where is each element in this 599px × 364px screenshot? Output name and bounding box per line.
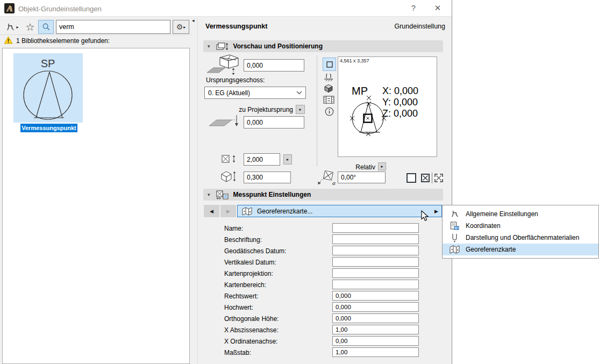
preview-dimensions: 4,561 x 3,357 <box>340 58 369 63</box>
mirror-off-checkbox[interactable] <box>407 173 416 183</box>
name-input[interactable] <box>332 223 419 233</box>
rechtswert-input[interactable] <box>332 291 419 301</box>
page-prev-button[interactable]: ◀ <box>204 205 219 217</box>
library-item-label: Vermessungspunkt <box>20 124 77 132</box>
orthogonale-hoehe-label: Orthogonale Höhe: <box>224 315 279 323</box>
svg-text:X: 0,000: X: 0,000 <box>382 85 418 96</box>
preview-positioning-icon <box>216 42 229 51</box>
home-story-label: Ursprungsgeschoss: <box>206 76 265 84</box>
mouse-cursor <box>421 210 430 222</box>
marker-size-flyout-button[interactable]: ▸ <box>283 154 292 165</box>
search-input[interactable] <box>56 20 170 34</box>
section-title: Messpunkt Einstellungen <box>233 191 311 198</box>
page-next-button[interactable]: ▶ <box>220 205 236 217</box>
to-project-origin-button[interactable]: ▸ <box>296 105 305 114</box>
folder-view-button[interactable]: ▸ <box>3 20 22 33</box>
x-abszissenachse-input[interactable] <box>332 325 419 334</box>
svg-text:Y: 0,000: Y: 0,000 <box>382 97 418 108</box>
svg-text:MP: MP <box>352 85 368 97</box>
collapse-triangle-icon: ▾ <box>208 44 210 49</box>
beschriftung-label: Beschriftung: <box>224 236 262 244</box>
flyout-arrow-icon: ▸ <box>299 107 301 112</box>
svg-text:α: α <box>332 180 336 185</box>
search-options-button[interactable]: ⚙ ▸ <box>173 20 189 34</box>
chevron-down-icon <box>296 91 302 95</box>
top-offset-input[interactable] <box>244 59 304 72</box>
panel-splitter[interactable] <box>197 17 198 364</box>
library-item-symbol-text: SP <box>41 58 55 69</box>
massstab-label: Maßstab: <box>224 349 251 356</box>
favorites-button[interactable]: ☆ <box>24 20 37 33</box>
vertikales-datum-input[interactable] <box>332 257 419 267</box>
name-label: Name: <box>224 225 243 232</box>
orthogonale-hoehe-input[interactable] <box>332 313 419 323</box>
gear-icon: ⚙ <box>176 23 183 31</box>
flyout-arrow-icon: ▶ <box>434 209 438 214</box>
menu-item-georeferenzkarte[interactable]: Georeferenzkarte <box>443 244 598 255</box>
square-2d-icon <box>326 61 333 68</box>
flyout-arrow-icon: ▸ <box>183 25 186 30</box>
column-divider <box>317 55 317 167</box>
x-ordinatenachse-label: X Ordinatenachse: <box>224 338 277 345</box>
offset-to-story-icon[interactable] <box>206 54 241 76</box>
close-button[interactable]: ✕ <box>429 0 447 16</box>
object-settings-dialog: Objekt-Grundeinstellungen ? ✕ ▸ ☆ ⚙ ▸ ◂ <box>0 0 452 364</box>
x-ordinatenachse-input[interactable] <box>332 336 419 346</box>
chair-icon <box>6 23 15 32</box>
marker-size-icon <box>222 154 238 163</box>
rotation-angle-icon: α <box>317 170 336 185</box>
rotation-angle-input[interactable] <box>338 172 386 183</box>
page-selector-menu: Allgemeine Einstellungen Koordinaten Dar… <box>442 205 599 259</box>
flyout-arrow-icon: ▸ <box>381 164 383 169</box>
page-selector-dropdown[interactable]: Georeferenzkarte... ▶ <box>237 205 442 217</box>
marker-size-input[interactable] <box>244 153 280 166</box>
vertikales-datum-label: Vertikalesl Datum: <box>224 259 276 266</box>
mode-label: Grundeinstellung <box>344 23 445 30</box>
hochwert-label: Hochwert: <box>224 304 253 311</box>
relative-flyout-button[interactable]: ▸ <box>378 162 386 170</box>
beschriftung-input[interactable] <box>332 234 419 244</box>
preview-3d-icon[interactable] <box>324 84 333 93</box>
svg-text:!: ! <box>8 38 9 44</box>
search-icon <box>42 23 51 31</box>
search-button[interactable] <box>38 20 54 34</box>
marker-state-checkbox[interactable] <box>421 174 430 182</box>
kartenprojektion-label: Kartenprojektion: <box>224 270 273 277</box>
bottom-offset-input[interactable] <box>244 116 304 129</box>
collapse-panel-arrow[interactable]: ◂ <box>192 18 195 23</box>
map-icon <box>242 207 252 216</box>
kartenprojektion-input[interactable] <box>332 268 419 278</box>
hochwert-input[interactable] <box>332 302 419 312</box>
surface-pin-icon <box>450 233 460 242</box>
section-measure-point-settings[interactable]: ▾ Messpunkt Einstellungen <box>203 189 443 201</box>
geodaetisches-datum-input[interactable] <box>332 246 419 255</box>
survey-point-symbol: MP X: 0,000 Y: 0,000 Z: 0,000 <box>338 57 437 156</box>
page-selector-label: Georeferenzkarte... <box>257 208 434 215</box>
preview-info-icon[interactable] <box>325 107 334 116</box>
offset-to-origin-icon[interactable] <box>207 114 240 129</box>
arrow-left-icon: ◀ <box>210 209 213 214</box>
window-title: Objekt-Grundeinstellungen <box>18 5 102 13</box>
menu-item-darstellung[interactable]: Darstellung und Oberflächenmaterialien <box>443 232 598 244</box>
star-icon: ☆ <box>25 21 34 33</box>
document-list-icon <box>450 222 460 230</box>
chair-icon <box>450 210 460 218</box>
marker-height-icon <box>220 170 237 183</box>
search-results-text: 1 Bibliothekselemente gefunden: <box>16 37 110 45</box>
relative-label: Relativ <box>348 163 375 171</box>
help-button[interactable]: ? <box>404 0 423 16</box>
menu-item-koordinaten[interactable]: Koordinaten <box>443 220 598 232</box>
svg-text:Z: 0,000: Z: 0,000 <box>382 108 418 119</box>
mirrored-state-checkbox[interactable] <box>434 174 443 182</box>
to-project-origin-label: zu Projektursprung <box>226 106 293 113</box>
home-story-select[interactable]: 0. EG (Aktuell) <box>204 87 306 99</box>
massstab-input[interactable] <box>332 347 419 357</box>
library-item-vermessungspunkt[interactable]: SP <box>13 53 83 123</box>
preview-2d-symbol-button[interactable] <box>323 58 336 71</box>
kartenbereich-input[interactable] <box>332 280 419 289</box>
marker-height-input[interactable] <box>244 172 291 183</box>
preview-elevation-icon[interactable] <box>324 74 333 82</box>
section-preview-positioning[interactable]: ▾ Vorschau und Positionierung <box>203 40 443 52</box>
menu-item-allgemeine-einstellungen[interactable]: Allgemeine Einstellungen <box>443 208 598 220</box>
preview-animation-icon[interactable] <box>323 95 334 104</box>
